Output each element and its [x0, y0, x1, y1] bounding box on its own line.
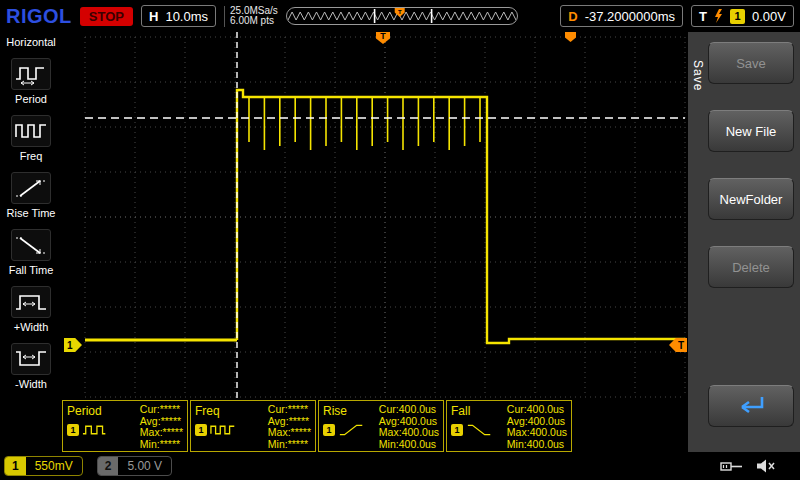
left-menu-item-rise-time[interactable]: Rise Time	[7, 172, 56, 219]
left-menu-label: +Width	[14, 321, 49, 333]
measurement-readouts: Period 1 Cur:***** Avg:***** Max:***** M…	[62, 400, 688, 452]
channel-badge: 1	[195, 424, 207, 436]
channel-badge: 1	[451, 424, 463, 436]
plus-width-icon	[11, 286, 51, 318]
graticule-and-trace	[62, 32, 688, 400]
left-menu-label: Fall Time	[9, 264, 54, 276]
left-menu-label: Rise Time	[7, 207, 56, 219]
left-menu-item-freq[interactable]: Freq	[11, 115, 51, 162]
left-menu-item-plus-width[interactable]: +Width	[11, 286, 51, 333]
waveform-overview-strip[interactable]: T	[286, 7, 518, 25]
new-file-button[interactable]: New File	[708, 110, 794, 152]
rise-time-icon	[11, 172, 51, 204]
left-menu-item-period[interactable]: Period	[11, 58, 51, 105]
measurement-name: Fall	[451, 404, 503, 418]
new-folder-button[interactable]: NewFolder	[708, 178, 794, 220]
delay-value: -37.2000000ms	[585, 9, 675, 24]
measure-category-title: Horizontal	[6, 36, 56, 48]
period-icon	[82, 422, 110, 438]
channel2-scale: 5.00 V	[118, 457, 171, 475]
usb-icon	[720, 460, 744, 473]
channel2-indicator[interactable]: 2 5.00 V	[97, 456, 172, 476]
return-arrow-icon	[728, 393, 774, 419]
measurement-box-rise: Rise 1 Cur:400.0us Avg:400.0us Max:400.0…	[318, 400, 444, 452]
svg-text:T: T	[398, 9, 402, 15]
run-state-indicator[interactable]: STOP	[80, 7, 133, 26]
channel-badge: 1	[67, 424, 79, 436]
trigger-source-badge: 1	[730, 9, 745, 24]
rise-icon	[338, 422, 366, 438]
left-menu-label: Freq	[20, 150, 43, 162]
left-menu-label: -Width	[15, 378, 47, 390]
measurement-name: Rise	[323, 404, 375, 418]
overview-waveform: T	[288, 8, 516, 24]
delay-block[interactable]: D -37.2000000ms	[560, 5, 683, 27]
measurement-name: Period	[67, 404, 119, 418]
minus-width-icon	[11, 343, 51, 375]
measurement-values: Cur:***** Avg:***** Max:***** Min:*****	[140, 404, 183, 448]
speaker-muted-icon	[756, 459, 776, 473]
timebase-value: 10.0ms	[165, 9, 208, 24]
memory-depth: 6.00M pts	[230, 15, 274, 26]
softkey-buttons: Save New File NewFolder Delete	[708, 42, 794, 427]
waveform-display-area: T 1 T	[62, 32, 688, 400]
channel-badge: 1	[323, 424, 335, 436]
measurement-name: Freq	[195, 404, 247, 418]
delete-button[interactable]: Delete	[708, 246, 794, 288]
measurement-values: Cur:400.0us Avg:400.0us Max:400.0us Min:…	[379, 404, 439, 448]
measurement-box-freq: Freq 1 Cur:***** Avg:***** Max:***** Min…	[190, 400, 316, 452]
left-measure-menu: Horizontal Period Freq Rise Time Fall Ti…	[0, 32, 62, 452]
channel1-number: 1	[5, 457, 26, 475]
brand-logo: RIGOL	[6, 5, 72, 28]
save-button[interactable]: Save	[708, 42, 794, 84]
delay-label: D	[568, 9, 577, 24]
fall-icon	[466, 422, 494, 438]
softkey-menu-panel: Save Save New File NewFolder Delete	[688, 32, 800, 452]
left-menu-item-fall-time[interactable]: Fall Time	[9, 229, 54, 276]
menu-tab-label: Save	[691, 60, 705, 91]
timebase-block[interactable]: H 10.0ms	[141, 5, 216, 27]
trigger-level-value: 0.00V	[752, 9, 786, 24]
trigger-label: T	[699, 9, 707, 24]
channel1-scale: 550mV	[26, 457, 82, 475]
acquisition-info: 25.0MSa/s 6.00M pts	[224, 6, 278, 27]
freq-icon	[210, 422, 238, 438]
trigger-block[interactable]: T 1 0.00V	[691, 5, 794, 27]
trigger-edge-icon	[714, 9, 723, 23]
channel2-number: 2	[98, 457, 119, 475]
freq-icon	[11, 115, 51, 147]
left-menu-item-minus-width[interactable]: -Width	[11, 343, 51, 390]
horizontal-label: H	[149, 9, 158, 24]
left-menu-label: Period	[15, 93, 47, 105]
top-status-bar: RIGOL STOP H 10.0ms 25.0MSa/s 6.00M pts …	[0, 0, 800, 32]
sample-rate: 25.0MSa/s	[230, 5, 278, 16]
fall-time-icon	[11, 229, 51, 261]
measurement-values: Cur:400.0us Avg:400.0us Max:400.0us Min:…	[507, 404, 567, 448]
period-icon	[11, 58, 51, 90]
system-status-icons	[720, 459, 776, 473]
channel-status-bar: 1 550mV 2 5.00 V	[0, 452, 800, 480]
measurement-box-fall: Fall 1 Cur:400.0us Avg:400.0us Max:400.0…	[446, 400, 572, 452]
channel1-indicator[interactable]: 1 550mV	[4, 456, 83, 476]
back-button[interactable]	[708, 385, 794, 427]
measurement-values: Cur:***** Avg:***** Max:***** Min:*****	[268, 404, 311, 448]
measurement-box-period: Period 1 Cur:***** Avg:***** Max:***** M…	[62, 400, 188, 452]
